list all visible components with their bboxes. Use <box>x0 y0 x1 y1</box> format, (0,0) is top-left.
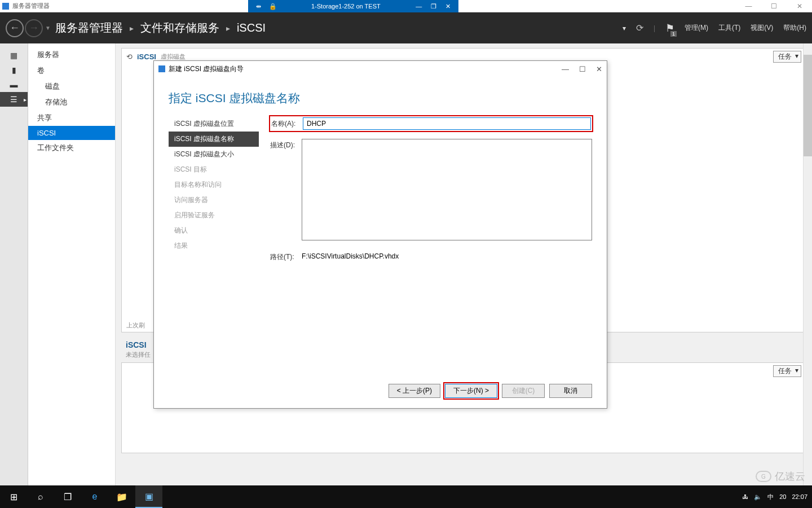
wizard-flag-icon <box>158 65 165 72</box>
sidebar-item-servers[interactable]: 服务器 <box>28 47 115 63</box>
vm-pin-icon[interactable]: ⇹ <box>254 3 263 10</box>
tasks-dropdown[interactable]: 任务 <box>773 51 801 63</box>
refresh-icon[interactable]: ⟳ <box>636 23 643 33</box>
rail-local-server-icon[interactable]: ▮ <box>0 63 28 77</box>
wizard-footer: < 上一步(P) 下一步(N) > 创建(C) 取消 <box>154 376 607 408</box>
start-button[interactable]: ⊞ <box>0 485 27 508</box>
wizard-step-results: 结果 <box>169 238 259 253</box>
watermark: G 亿速云 <box>756 470 805 483</box>
wizard-title: 新建 iSCSI 虚拟磁盘向导 <box>169 64 244 74</box>
create-button: 创建(C) <box>502 384 545 398</box>
menu-manage[interactable]: 管理(M) <box>685 23 708 33</box>
sidebar-item-iscsi[interactable]: iSCSI <box>28 126 115 140</box>
cloud-icon: G <box>756 471 771 482</box>
vm-connection-bar: ⇹ 🔒 1-Storage1-252 on TEST — ❐ ✕ <box>248 0 458 12</box>
sidebar-item-disks[interactable]: 磁盘 <box>28 78 115 94</box>
wizard-step-size: iSCSI 虚拟磁盘大小 <box>169 147 259 162</box>
path-value: F:\iSCSIVirtualDisks\DHCP.vhdx <box>302 251 592 260</box>
wizard-titlebar: 新建 iSCSI 虚拟磁盘向导 — ☐ ✕ <box>154 61 607 77</box>
panel-subtitle: 虚拟磁盘 <box>161 52 186 61</box>
nav-forward-button: → <box>25 19 43 37</box>
sidebar-item-storage-pools[interactable]: 存储池 <box>28 94 115 110</box>
sidebar: 服务器 卷 磁盘 存储池 共享 iSCSI 工作文件夹 <box>28 43 116 485</box>
tray-volume-icon[interactable]: 🔈 <box>754 493 762 501</box>
previous-button[interactable]: < 上一步(P) <box>389 384 440 398</box>
nav-history-dropdown[interactable]: ▼ <box>45 25 51 31</box>
rail-all-servers-icon[interactable]: ▬ <box>0 77 28 92</box>
explorer-icon[interactable]: 📁 <box>108 485 135 508</box>
description-label: 描述(D): <box>270 139 302 150</box>
new-iscsi-vdisk-wizard: 新建 iSCSI 虚拟磁盘向导 — ☐ ✕ 指定 iSCSI 虚拟磁盘名称 iS… <box>153 60 607 409</box>
wizard-heading: 指定 iSCSI 虚拟磁盘名称 <box>154 77 607 116</box>
app-flag-icon <box>2 3 9 10</box>
server-manager-taskbar-icon[interactable]: ▣ <box>135 485 162 508</box>
vm-lock-icon[interactable]: 🔒 <box>268 3 277 10</box>
outer-maximize-button[interactable]: ☐ <box>761 1 787 12</box>
refresh-small-icon[interactable]: ⟲ <box>126 52 133 61</box>
breadcrumb-section[interactable]: 文件和存储服务 <box>140 20 219 36</box>
ie-icon[interactable]: e <box>81 485 108 508</box>
sidebar-item-work-folders[interactable]: 工作文件夹 <box>28 140 115 156</box>
nav-rail: ▦ ▮ ▬ ☰ <box>0 43 28 485</box>
wizard-step-location[interactable]: iSCSI 虚拟磁盘位置 <box>169 116 259 132</box>
outer-minimize-button[interactable]: — <box>736 1 761 12</box>
tray-date[interactable]: 20 <box>779 493 786 500</box>
wizard-maximize-button[interactable]: ☐ <box>579 65 586 73</box>
taskbar: ⊞ ⌕ ❐ e 📁 ▣ 🖧 🔈 中 20 22:07 <box>0 485 812 508</box>
wizard-step-auth: 启用验证服务 <box>169 208 259 223</box>
menu-tools[interactable]: 工具(T) <box>718 23 740 33</box>
menu-view[interactable]: 视图(V) <box>751 23 773 33</box>
path-label: 路径(T): <box>270 251 302 262</box>
chevron-right-icon: ▸ <box>226 24 230 33</box>
cancel-button[interactable]: 取消 <box>549 384 592 398</box>
system-tray: 🖧 🔈 中 20 22:07 <box>742 493 812 501</box>
wizard-step-target: iSCSI 目标 <box>169 162 259 177</box>
wizard-step-name[interactable]: iSCSI 虚拟磁盘名称 <box>169 132 259 147</box>
wizard-close-button[interactable]: ✕ <box>596 65 602 73</box>
wizard-steps: iSCSI 虚拟磁盘位置 iSCSI 虚拟磁盘名称 iSCSI 虚拟磁盘大小 i… <box>169 116 259 376</box>
vm-minimize-button[interactable]: — <box>414 3 423 10</box>
rail-file-storage-icon[interactable]: ☰ <box>0 92 28 107</box>
wizard-minimize-button[interactable]: — <box>562 65 569 73</box>
name-input[interactable] <box>303 117 591 130</box>
search-button[interactable]: ⌕ <box>27 485 54 508</box>
vm-close-button[interactable]: ✕ <box>444 3 453 10</box>
nav-back-button[interactable]: ← <box>6 19 24 37</box>
tray-ime[interactable]: 中 <box>767 493 774 501</box>
sidebar-item-volumes[interactable]: 卷 <box>28 63 115 78</box>
wizard-form: 名称(A): 描述(D): 路径(T): F:\iSCSIVirtualDisk… <box>259 116 592 376</box>
chevron-right-icon: ▸ <box>130 24 134 33</box>
scrollbar[interactable] <box>803 43 812 485</box>
sidebar-item-shares[interactable]: 共享 <box>28 110 115 126</box>
next-button[interactable]: 下一步(N) > <box>445 384 497 398</box>
vm-title: 1-Storage1-252 on TEST <box>283 3 409 10</box>
panel-title: iSCSI <box>137 52 156 61</box>
name-label: 名称(A): <box>271 117 303 129</box>
app-header: ← → ▼ 服务器管理器 ▸ 文件和存储服务 ▸ iSCSI ▾ ⟳ | ⚑1 … <box>0 12 812 43</box>
watermark-text: 亿速云 <box>775 470 805 483</box>
vm-maximize-button[interactable]: ❐ <box>429 3 438 10</box>
breadcrumb-root[interactable]: 服务器管理器 <box>55 20 123 36</box>
wizard-step-target-name: 目标名称和访问 <box>169 177 259 192</box>
tasks-dropdown-2[interactable]: 任务 <box>773 365 801 377</box>
description-textarea[interactable] <box>302 139 592 240</box>
tray-network-icon[interactable]: 🖧 <box>742 493 748 500</box>
rail-dashboard-icon[interactable]: ▦ <box>0 48 28 63</box>
wizard-step-confirm: 确认 <box>169 223 259 238</box>
outer-close-button[interactable]: ✕ <box>787 1 812 12</box>
tray-time[interactable]: 22:07 <box>792 493 807 500</box>
wizard-step-access-servers: 访问服务器 <box>169 192 259 208</box>
hdr-dropdown-icon[interactable]: ▾ <box>623 24 626 32</box>
notifications-flag-icon[interactable]: ⚑1 <box>665 22 674 34</box>
breadcrumb-leaf[interactable]: iSCSI <box>237 21 266 34</box>
breadcrumb: 服务器管理器 ▸ 文件和存储服务 ▸ iSCSI <box>55 20 266 36</box>
outer-window-title: 服务器管理器 <box>12 2 50 10</box>
task-view-button[interactable]: ❐ <box>54 485 81 508</box>
menu-help[interactable]: 帮助(H) <box>783 23 806 33</box>
